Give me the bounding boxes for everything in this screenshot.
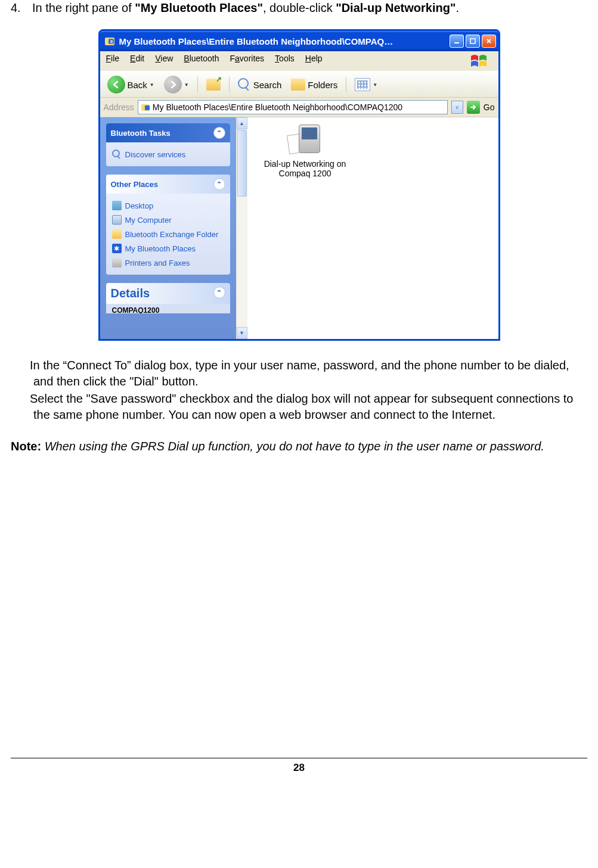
collapse-icon[interactable]: ⌃ <box>213 178 225 190</box>
address-label: Address <box>104 102 134 112</box>
window-title: My Bluetooth Places\Entire Bluetooth Nei… <box>119 36 450 46</box>
svg-rect-1 <box>109 39 114 44</box>
forward-icon <box>164 76 182 94</box>
chevron-down-icon: ▼ <box>150 82 154 88</box>
bluetooth-tasks-header[interactable]: Bluetooth Tasks ⌃ <box>106 123 230 142</box>
scrollbar[interactable]: ▲ ▼ <box>236 117 247 339</box>
menu-view[interactable]: View <box>155 54 173 69</box>
page-footer: 28 <box>11 758 587 774</box>
go-button[interactable] <box>467 101 480 114</box>
menu-file[interactable]: File <box>106 54 120 69</box>
collapse-icon[interactable]: ⌃ <box>213 287 225 298</box>
desktop-icon <box>112 201 122 210</box>
forward-button[interactable]: ▼ <box>160 74 193 95</box>
windows-logo-icon <box>469 54 492 69</box>
scroll-down-button[interactable]: ▼ <box>237 327 247 339</box>
note-text: When using the GPRS Dial up function, yo… <box>45 440 544 453</box>
scroll-thumb[interactable] <box>237 130 247 197</box>
discover-services-link[interactable]: Discover services <box>112 147 224 161</box>
details-header[interactable]: Details ⌃ <box>106 283 230 304</box>
minimize-button[interactable] <box>450 35 464 48</box>
menu-bluetooth[interactable]: Bluetooth <box>184 54 219 69</box>
go-icon <box>469 103 478 111</box>
note-label: Note: <box>11 440 41 453</box>
bluetooth-places-icon <box>141 102 150 112</box>
content-pane[interactable]: Dial-up Networking on Compaq 1200 <box>247 117 498 339</box>
step6-text: 6.Select the "Save password" checkbox an… <box>11 391 587 423</box>
bt-exchange-folder-link[interactable]: Bluetooth Exchange Folder <box>112 227 224 241</box>
dialup-networking-icon <box>288 125 323 157</box>
step6-number: 6. <box>11 391 30 407</box>
my-bt-places-link[interactable]: ✱My Bluetooth Places <box>112 241 224 256</box>
svg-rect-5 <box>145 105 150 110</box>
dialup-networking-item[interactable]: Dial-up Networking on Compaq 1200 <box>255 125 356 178</box>
address-field[interactable]: My Bluetooth Places\Entire Bluetooth Nei… <box>138 100 448 114</box>
chevron-down-icon: ▼ <box>373 82 377 88</box>
printer-icon <box>112 258 122 267</box>
address-value: My Bluetooth Places\Entire Bluetooth Nei… <box>153 102 402 112</box>
folder-icon <box>291 79 305 91</box>
folder-icon <box>112 229 122 239</box>
printers-faxes-link[interactable]: Printers and Faxes <box>112 256 224 270</box>
folders-button[interactable]: Folders <box>287 77 341 92</box>
folder-up-icon <box>206 79 221 91</box>
step5-text: 5.In the “Connect To” dialog box, type i… <box>11 357 587 390</box>
step4-number: 4. <box>11 0 32 16</box>
collapse-icon[interactable]: ⌃ <box>213 127 225 139</box>
bluetooth-icon: ✱ <box>112 244 122 253</box>
views-button[interactable]: ▼ <box>351 77 381 92</box>
tasks-pane: Bluetooth Tasks ⌃ Discover services Othe… <box>100 117 236 339</box>
search-icon <box>238 78 251 91</box>
menu-edit[interactable]: Edit <box>130 54 144 69</box>
menu-tools[interactable]: Tools <box>275 54 295 69</box>
computer-icon <box>112 215 122 225</box>
address-dropdown-button[interactable]: v <box>451 101 463 114</box>
item-label-line2: Compaq 1200 <box>255 169 356 178</box>
addressbar: Address My Bluetooth Places\Entire Bluet… <box>100 98 498 117</box>
titlebar[interactable]: My Bluetooth Places\Entire Bluetooth Nei… <box>100 31 498 51</box>
search-icon <box>112 150 122 159</box>
scroll-up-button[interactable]: ▲ <box>237 117 247 129</box>
step4-text: 4.In the right pane of "My Bluetooth Pla… <box>11 0 587 16</box>
go-label: Go <box>484 102 495 112</box>
svg-rect-3 <box>470 39 475 43</box>
svg-rect-2 <box>454 42 459 43</box>
menubar: File Edit View Bluetooth Favorites Tools… <box>100 51 498 71</box>
menu-help[interactable]: Help <box>305 54 323 69</box>
menu-favorites[interactable]: Favorites <box>230 54 265 69</box>
back-icon <box>107 76 125 94</box>
my-computer-link[interactable]: My Computer <box>112 213 224 227</box>
other-places-header[interactable]: Other Places ⌃ <box>106 175 230 194</box>
step5-number: 5. <box>11 357 30 374</box>
item-label-line1: Dial-up Networking on <box>255 159 356 169</box>
up-button[interactable] <box>203 77 224 92</box>
close-button[interactable] <box>482 35 496 48</box>
details-value: COMPAQ1200 <box>106 304 230 313</box>
toolbar: Back ▼ ▼ Search Folders ▼ <box>100 71 498 98</box>
note-paragraph: Note: When using the GPRS Dial up functi… <box>11 438 587 455</box>
maximize-button[interactable] <box>466 35 480 48</box>
desktop-link[interactable]: Desktop <box>112 198 224 213</box>
search-button[interactable]: Search <box>234 77 286 92</box>
back-button[interactable]: Back ▼ <box>104 74 158 95</box>
page-number: 28 <box>293 762 305 773</box>
explorer-window: My Bluetooth Places\Entire Bluetooth Nei… <box>98 29 500 341</box>
chevron-down-icon: ▼ <box>184 82 189 88</box>
bluetooth-places-icon <box>104 35 116 47</box>
views-icon <box>355 78 370 91</box>
